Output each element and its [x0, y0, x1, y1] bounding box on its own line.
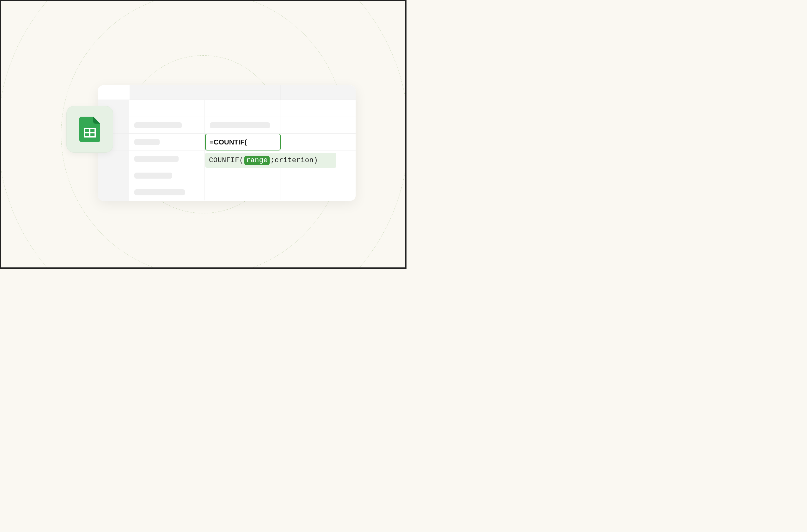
cell[interactable]: [205, 117, 280, 133]
cell[interactable]: [129, 134, 205, 150]
spreadsheet-card: =COUNTIF( COUNFIF(range;criterion): [98, 86, 356, 201]
column-header-row: [98, 86, 356, 100]
cell[interactable]: [205, 100, 280, 117]
column-header: [281, 86, 356, 99]
active-cell-formula: =COUNTIF(: [210, 138, 247, 146]
active-cell[interactable]: =COUNTIF(: [205, 134, 281, 150]
cell[interactable]: [129, 100, 205, 117]
column-header: [205, 86, 280, 99]
cell[interactable]: [129, 184, 205, 201]
cell[interactable]: [280, 167, 356, 184]
table-row: [129, 167, 356, 184]
cell[interactable]: [129, 117, 205, 133]
column-header: [130, 86, 205, 99]
table-row: [129, 184, 356, 201]
placeholder: [134, 139, 160, 145]
hint-highlight-param: range: [244, 156, 270, 165]
formula-hint-tooltip: COUNFIF(range;criterion): [205, 153, 336, 168]
placeholder: [134, 173, 172, 178]
hint-prefix: COUNFIF(: [209, 156, 244, 164]
cell[interactable]: [280, 117, 356, 133]
cell[interactable]: [280, 134, 356, 150]
google-sheets-tile: [66, 106, 113, 153]
cell[interactable]: [129, 167, 205, 184]
placeholder: [134, 189, 185, 195]
placeholder: [134, 122, 182, 128]
cell[interactable]: [205, 167, 280, 184]
google-sheets-icon: [79, 117, 100, 142]
header-corner: [98, 86, 130, 99]
cell[interactable]: [280, 184, 356, 201]
table-row: [129, 117, 356, 133]
row-header: [98, 184, 129, 201]
cell[interactable]: [129, 150, 205, 167]
placeholder: [134, 156, 178, 162]
cell[interactable]: [280, 100, 356, 117]
hint-suffix: ;criterion): [270, 156, 318, 164]
placeholder: [210, 122, 270, 128]
table-row: [129, 100, 356, 117]
row-header: [98, 167, 129, 184]
cell[interactable]: [205, 184, 280, 201]
